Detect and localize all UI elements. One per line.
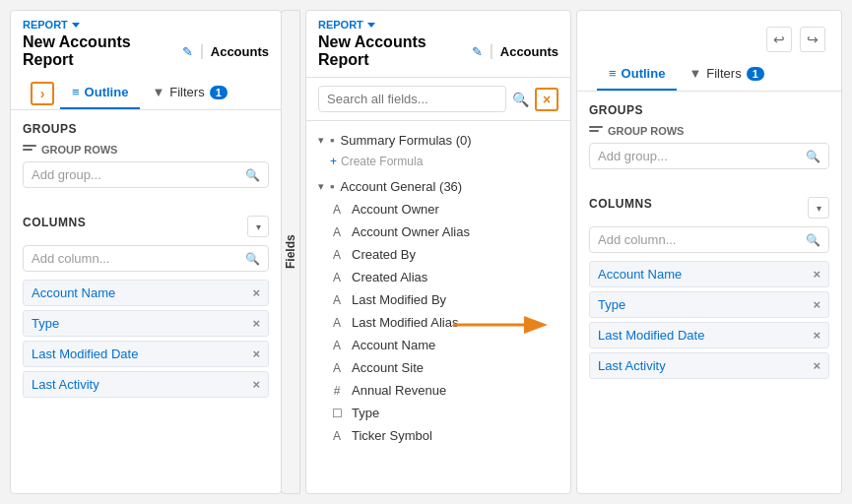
columns-dropdown-right[interactable]: ▾ [808,197,829,219]
column-remove-left-0[interactable]: × [252,286,260,299]
search-icon-mid[interactable]: 🔍 [512,92,529,107]
search-icon-column-left: 🔍 [245,252,260,266]
column-label-right-0: Account Name [598,267,682,282]
close-search-button[interactable]: × [535,88,558,111]
tab-outline-left[interactable]: ≡ Outline [60,77,140,109]
field-item-10[interactable]: ATicker Symbol [306,424,570,447]
accounts-badge-mid: Accounts [491,44,558,59]
field-item-3[interactable]: ACreated Alias [306,266,570,288]
column-item-left-3: Last Activity× [23,371,269,398]
columns-dropdown-left[interactable]: ▾ [247,216,269,237]
search-icon-group-left: 🔍 [245,168,260,182]
section-header-account-general[interactable]: ▾ ▪ Account General (36) [306,175,570,198]
field-name-10: Ticker Symbol [352,428,432,443]
column-label-left-1: Type [32,316,59,331]
field-name-0: Account Owner [352,202,439,217]
add-column-text-left: Add column... [32,251,239,266]
field-item-6[interactable]: AAccount Name [306,334,570,356]
field-type-icon-8: # [330,384,344,398]
folder-icon-summary: ▪ [330,133,335,148]
column-label-right-1: Type [598,297,625,312]
section-name-summary: Summary Formulas (0) [341,133,472,148]
search-bar: 🔍 × [306,78,570,121]
field-type-icon-3: A [330,271,344,284]
section-account-general: ▾ ▪ Account General (36) AAccount OwnerA… [306,175,570,447]
field-item-9[interactable]: ☐Type [306,402,570,424]
edit-pencil-mid[interactable]: ✎ [472,44,483,59]
column-label-left-2: Last Modified Date [32,346,138,361]
groups-title-right: Groups [589,103,829,117]
add-group-input-right[interactable]: Add group... 🔍 [589,143,829,169]
field-item-5[interactable]: ALast Modified Alias [306,311,570,334]
undo-button[interactable]: ↩ [766,27,792,52]
section-summary-formulas: ▾ ▪ Summary Formulas (0) + Create Formul… [306,129,570,171]
column-item-right-1: Type× [589,291,829,318]
column-label-right-3: Last Activity [598,358,666,373]
field-item-4[interactable]: ALast Modified By [306,288,570,311]
search-icon-column-right: 🔍 [806,233,820,247]
column-remove-left-3[interactable]: × [252,378,260,391]
column-label-right-2: Last Modified Date [598,328,704,343]
column-remove-right-1[interactable]: × [813,298,820,311]
column-remove-right-2[interactable]: × [813,329,820,342]
add-column-input-left[interactable]: Add column... 🔍 [23,245,269,272]
column-remove-left-2[interactable]: × [252,347,260,360]
field-name-4: Last Modified By [352,292,446,307]
report-label-text: REPORT [23,19,68,31]
plus-icon-formula: + [330,155,337,168]
outline-icon-left: ≡ [72,85,80,99]
filters-badge-right: 1 [747,67,764,81]
column-remove-right-0[interactable]: × [813,268,820,281]
report-title-mid: New Accounts Report [318,33,464,69]
add-column-input-right[interactable]: Add column... 🔍 [589,226,829,253]
field-type-icon-4: A [330,293,344,307]
field-item-0[interactable]: AAccount Owner [306,198,570,220]
field-type-icon-7: A [330,361,344,375]
group-rows-icon-right [589,126,603,136]
column-item-right-3: Last Activity× [589,352,829,379]
field-item-2[interactable]: ACreated By [306,243,570,266]
field-type-icon-9: ☐ [330,407,344,420]
column-remove-right-3[interactable]: × [813,359,820,372]
search-fields-input[interactable] [318,86,506,112]
section-name-account-general: Account General (36) [341,179,463,194]
column-label-left-3: Last Activity [32,377,99,392]
group-rows-label-left: GROUP ROWS [23,144,269,156]
column-item-left-2: Last Modified Date× [23,341,269,367]
column-item-left-1: Type× [23,310,269,337]
create-formula-btn[interactable]: + Create Formula [306,152,570,171]
outline-icon-right: ≡ [609,66,617,81]
tab-filters-left[interactable]: ▼ Filters 1 [140,77,238,109]
accounts-badge-left: Accounts [201,44,269,59]
tab-filters-right[interactable]: ▼ Filters 1 [677,58,775,91]
field-type-icon-1: A [330,225,344,239]
report-caret-icon[interactable] [72,23,80,28]
column-label-left-0: Account Name [32,285,115,300]
filters-badge-left: 1 [210,86,228,99]
redo-button[interactable]: ↪ [800,27,825,52]
field-type-icon-6: A [330,339,344,352]
fields-tab-left[interactable]: Fields [281,10,300,494]
section-header-summary[interactable]: ▾ ▪ Summary Formulas (0) [306,129,570,152]
column-item-left-0: Account Name× [23,280,269,306]
field-item-8[interactable]: #Annual Revenue [306,379,570,402]
expand-fields-button[interactable]: › [31,82,54,105]
field-name-2: Created By [352,247,416,262]
add-column-text-right: Add column... [598,232,800,247]
report-caret-mid[interactable] [367,23,375,28]
field-type-icon-0: A [330,203,344,217]
edit-pencil-icon-left[interactable]: ✎ [182,44,193,59]
close-icon: × [543,92,551,107]
fields-list: ▾ ▪ Summary Formulas (0) + Create Formul… [306,121,570,493]
field-name-5: Last Modified Alias [352,315,458,330]
field-name-9: Type [352,406,379,420]
filter-icon-right: ▼ [688,66,701,81]
tab-outline-right[interactable]: ≡ Outline [597,58,677,91]
add-group-input-left[interactable]: Add group... 🔍 [23,161,269,188]
add-group-text-right: Add group... [598,149,800,163]
columns-title-right: Columns [589,197,652,211]
column-remove-left-1[interactable]: × [252,317,260,330]
field-item-1[interactable]: AAccount Owner Alias [306,220,570,243]
field-item-7[interactable]: AAccount Site [306,356,570,379]
filter-icon-left: ▼ [152,85,164,99]
